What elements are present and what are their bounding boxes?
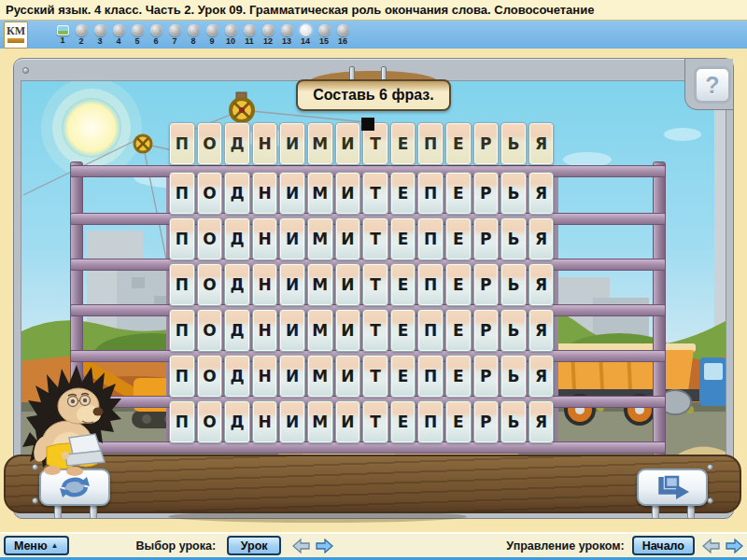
letter-tile[interactable]: Д — [224, 122, 250, 165]
letter-tile[interactable]: П — [169, 217, 195, 260]
letter-tile[interactable]: О — [197, 263, 223, 306]
letter-tile[interactable]: Н — [252, 263, 278, 306]
letter-tile[interactable]: Е — [390, 172, 416, 215]
letter-tile[interactable]: Ь — [500, 217, 527, 260]
letter-tile[interactable]: Е — [390, 400, 416, 443]
letter-tile[interactable]: Я — [529, 355, 555, 398]
letter-tile[interactable]: И — [335, 263, 361, 306]
letter-tile[interactable]: П — [417, 217, 444, 260]
letter-tile[interactable]: И — [279, 263, 305, 306]
letter-tile[interactable]: Я — [529, 309, 555, 352]
letter-tile[interactable]: О — [197, 217, 223, 260]
letter-tile[interactable]: Я — [529, 122, 555, 165]
letter-tile[interactable]: О — [197, 172, 223, 215]
letter-tile[interactable]: Ь — [500, 172, 527, 215]
letter-tile[interactable]: П — [417, 309, 444, 352]
letter-tile[interactable]: Е — [390, 263, 416, 306]
letter-tile[interactable]: Я — [529, 217, 555, 260]
letter-tile[interactable]: М — [307, 355, 333, 398]
letter-tile[interactable]: О — [197, 400, 223, 443]
letter-tile[interactable]: Д — [224, 309, 250, 352]
nav-item-15[interactable]: 15 — [317, 24, 331, 46]
nav-item-5[interactable]: 5 — [131, 24, 144, 46]
nav-item-9[interactable]: 9 — [205, 24, 218, 46]
letter-tile[interactable]: Я — [529, 172, 555, 215]
help-button[interactable]: ? — [694, 66, 731, 104]
nav-item-2[interactable]: 2 — [75, 24, 88, 46]
letter-tile[interactable]: Е — [390, 309, 416, 352]
letter-tile[interactable]: Е — [445, 355, 472, 398]
letter-tile[interactable]: Д — [224, 217, 250, 260]
nav-item-7[interactable]: 7 — [168, 24, 181, 46]
letter-tile[interactable]: И — [279, 400, 305, 443]
letter-tile[interactable]: П — [169, 400, 195, 443]
letter-tile[interactable]: Ь — [500, 263, 527, 306]
next-lesson-arrow-icon[interactable] — [316, 539, 333, 553]
letter-tile[interactable]: Н — [252, 172, 278, 215]
letter-tile[interactable]: П — [169, 263, 195, 306]
letter-tile[interactable]: Т — [362, 355, 388, 398]
letter-tile[interactable]: Ь — [500, 355, 527, 398]
letter-tile[interactable]: Н — [252, 122, 278, 165]
letter-tile[interactable]: Е — [445, 309, 472, 352]
letter-tile[interactable]: Е — [390, 355, 416, 398]
nav-item-4[interactable]: 4 — [112, 24, 125, 46]
nav-item-10[interactable]: 10 — [224, 24, 237, 46]
nav-item-8[interactable]: 8 — [187, 24, 200, 46]
km-logo[interactable]: КМ — [4, 21, 28, 49]
letter-tile[interactable]: П — [417, 172, 444, 215]
nav-item-13[interactable]: 13 — [280, 24, 293, 46]
letter-tile[interactable]: Р — [473, 355, 500, 398]
letter-tile[interactable]: М — [307, 309, 333, 352]
letter-tile[interactable]: Н — [252, 309, 278, 352]
letter-tile[interactable]: И — [335, 217, 361, 260]
letter-tile[interactable]: П — [169, 122, 195, 165]
letter-tile[interactable]: Е — [390, 122, 416, 165]
letter-tile[interactable]: М — [307, 400, 333, 443]
letter-tile[interactable]: П — [169, 355, 195, 398]
letter-tile[interactable]: Е — [390, 217, 416, 260]
letter-tile[interactable]: М — [307, 217, 333, 260]
letter-tile[interactable]: Р — [473, 172, 500, 215]
prev-lesson-arrow-icon[interactable] — [292, 539, 310, 553]
nav-item-11[interactable]: 11 — [243, 24, 256, 46]
letter-tile[interactable]: Е — [445, 172, 472, 215]
nav-item-14[interactable]: 14 — [299, 24, 312, 46]
letter-tile[interactable]: И — [335, 355, 361, 398]
letter-tile[interactable]: О — [197, 355, 223, 398]
letter-tile[interactable]: М — [307, 172, 333, 215]
letter-tile[interactable]: Н — [252, 355, 278, 398]
letter-tile[interactable]: Ь — [500, 122, 527, 165]
letter-tile[interactable]: П — [169, 172, 195, 215]
nav-item-12[interactable]: 12 — [261, 24, 275, 46]
letter-tile[interactable]: Ь — [500, 400, 527, 443]
letter-tile[interactable]: И — [335, 122, 361, 165]
letter-tile[interactable]: Е — [445, 122, 472, 165]
lesson-button[interactable]: Урок — [227, 536, 281, 555]
letter-tile[interactable]: Р — [473, 263, 500, 306]
letter-tile[interactable]: И — [335, 400, 361, 443]
letter-tile[interactable]: Е — [445, 400, 472, 443]
letter-tile[interactable]: Д — [224, 172, 250, 215]
letter-tile[interactable]: Р — [473, 400, 500, 443]
letter-tile[interactable]: И — [335, 172, 361, 215]
nav-item-3[interactable]: 3 — [93, 24, 106, 46]
letter-tile[interactable]: Н — [252, 217, 278, 260]
letter-tile[interactable]: Р — [473, 309, 500, 352]
letter-tile[interactable]: Т — [362, 309, 388, 352]
letter-tile[interactable]: П — [169, 309, 195, 352]
letter-tile[interactable]: Н — [252, 400, 278, 443]
letter-tile[interactable]: Д — [224, 263, 250, 306]
letter-tile[interactable]: Я — [529, 400, 555, 443]
letter-tile[interactable]: И — [279, 172, 305, 215]
letter-tile[interactable]: О — [197, 309, 223, 352]
letter-tile[interactable]: О — [197, 122, 223, 165]
letter-tile[interactable]: Е — [445, 217, 472, 260]
start-button[interactable]: Начало — [632, 536, 695, 555]
letter-tile[interactable]: Т — [362, 400, 388, 443]
nav-item-6[interactable]: 6 — [149, 24, 162, 46]
letter-tile[interactable]: Р — [473, 217, 500, 260]
menu-button[interactable]: Меню ▲ — [4, 536, 69, 555]
letter-tile[interactable]: Д — [224, 400, 250, 443]
letter-tile[interactable]: И — [279, 309, 305, 352]
